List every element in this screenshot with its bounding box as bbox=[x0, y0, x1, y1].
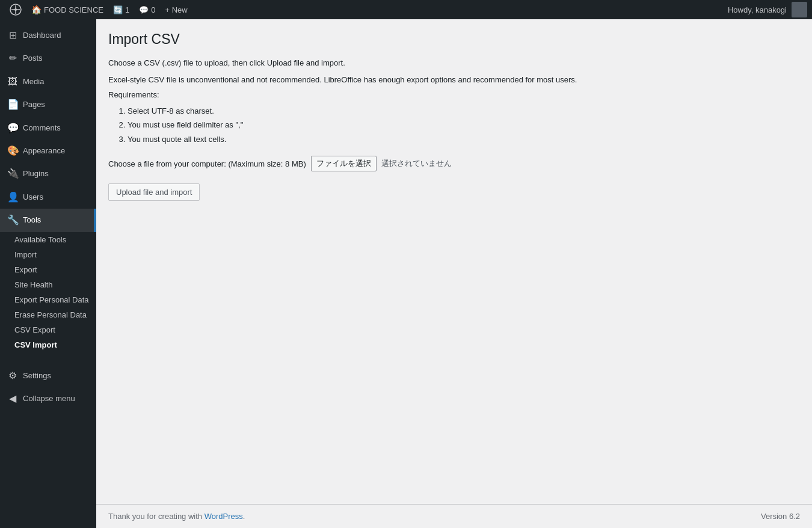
requirement-item: You must quote all text cells. bbox=[128, 132, 800, 146]
upload-file-button[interactable]: Upload file and import bbox=[108, 183, 200, 201]
description-2: Excel-style CSV file is unconventional a… bbox=[108, 74, 800, 86]
submenu-csv-export[interactable]: CSV Export bbox=[0, 322, 96, 337]
pages-icon: 📄 bbox=[7, 98, 18, 111]
file-choose-button[interactable]: ファイルを選択 bbox=[311, 156, 377, 171]
sidebar-item-users[interactable]: 👤 Users bbox=[0, 186, 96, 209]
media-icon: 🖼 bbox=[7, 75, 18, 88]
file-no-chosen-label: 選択されていません bbox=[381, 158, 452, 169]
appearance-icon: 🎨 bbox=[7, 144, 18, 158]
main-content: Import CSV Choose a CSV (.csv) file to u… bbox=[96, 19, 812, 504]
requirement-item: You must use field delimiter as "," bbox=[128, 118, 800, 132]
sidebar-item-plugins[interactable]: 🔌 Plugins bbox=[0, 162, 96, 185]
requirement-item: Select UTF-8 as charset. bbox=[128, 104, 800, 118]
adminbar-comments[interactable]: 💬 0 bbox=[134, 0, 160, 19]
users-icon: 👤 bbox=[7, 191, 18, 204]
submenu-site-health[interactable]: Site Health bbox=[0, 277, 96, 292]
requirements-list: Select UTF-8 as charset. You must use fi… bbox=[128, 104, 800, 146]
settings-icon: ⚙ bbox=[7, 369, 18, 382]
requirements-label: Requirements: bbox=[108, 90, 800, 99]
file-chooser-label: Choose a file from your computer: (Maxim… bbox=[108, 159, 306, 168]
sidebar-item-appearance[interactable]: 🎨 Appearance bbox=[0, 140, 96, 162]
admin-bar: 🏠 FOOD SCIENCE 🔄 1 💬 0 + New Howdy, kana… bbox=[0, 0, 812, 19]
adminbar-updates[interactable]: 🔄 1 bbox=[108, 0, 134, 19]
submenu-erase-personal-data[interactable]: Erase Personal Data bbox=[0, 307, 96, 322]
footer: Thank you for creating with WordPress. V… bbox=[96, 504, 812, 528]
svg-point-1 bbox=[14, 8, 17, 11]
sidebar-item-posts[interactable]: ✏ Posts bbox=[0, 47, 96, 70]
sidebar-item-comments[interactable]: 💬 Comments bbox=[0, 117, 96, 140]
plugins-icon: 🔌 bbox=[7, 167, 18, 180]
adminbar-user: Howdy, kanakogi bbox=[728, 2, 807, 17]
comments-icon: 💬 bbox=[7, 121, 18, 135]
collapse-icon: ◀ bbox=[7, 392, 18, 405]
submenu-csv-import[interactable]: CSV Import bbox=[0, 337, 96, 352]
submenu-export[interactable]: Export bbox=[0, 262, 96, 277]
adminbar-new[interactable]: + New bbox=[160, 0, 192, 19]
sidebar-item-tools[interactable]: 🔧 Tools bbox=[0, 209, 96, 232]
avatar bbox=[792, 2, 807, 17]
upload-button-container: Upload file and import bbox=[108, 183, 800, 201]
sidebar-item-media[interactable]: 🖼 Media bbox=[0, 70, 96, 93]
posts-icon: ✏ bbox=[7, 52, 18, 65]
sidebar-collapse-menu[interactable]: ◀ Collapse menu bbox=[0, 387, 96, 410]
submenu-import[interactable]: Import bbox=[0, 247, 96, 262]
submenu-export-personal-data[interactable]: Export Personal Data bbox=[0, 292, 96, 307]
description-1: Choose a CSV (.csv) file to upload, then… bbox=[108, 57, 800, 69]
tools-icon: 🔧 bbox=[7, 213, 18, 227]
dashboard-icon: ⊞ bbox=[7, 29, 18, 42]
sidebar-item-settings[interactable]: ⚙ Settings bbox=[0, 364, 96, 387]
file-chooser-row: Choose a file from your computer: (Maxim… bbox=[108, 156, 800, 171]
footer-thank-you: Thank you for creating with WordPress. bbox=[108, 512, 245, 521]
wordpress-link[interactable]: WordPress bbox=[205, 512, 243, 521]
adminbar-site-name[interactable]: 🏠 FOOD SCIENCE bbox=[26, 0, 108, 19]
page-title: Import CSV bbox=[108, 31, 800, 48]
sidebar-item-pages[interactable]: 📄 Pages bbox=[0, 93, 96, 116]
sidebar: ⊞ Dashboard ✏ Posts 🖼 Media 📄 Pages 💬 Co… bbox=[0, 19, 96, 528]
footer-version: Version 6.2 bbox=[761, 512, 800, 521]
sidebar-item-dashboard[interactable]: ⊞ Dashboard bbox=[0, 24, 96, 47]
wp-logo[interactable] bbox=[5, 4, 26, 16]
submenu-available-tools[interactable]: Available Tools bbox=[0, 232, 96, 247]
